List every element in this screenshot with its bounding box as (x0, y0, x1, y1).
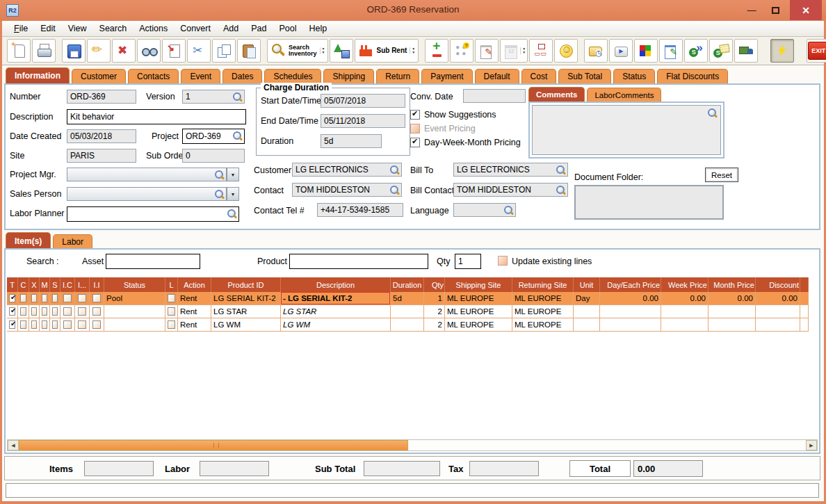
scroll-right-arrow-icon[interactable]: ▶ (806, 440, 817, 450)
end-date-field[interactable]: 05/11/2018 (321, 114, 405, 128)
minimize-button[interactable]: — (741, 0, 762, 20)
show-suggestions-checkbox[interactable] (410, 110, 420, 120)
cubes-button[interactable] (634, 39, 658, 63)
column-header-qty[interactable]: Qty (424, 277, 445, 292)
tab-flat-discounts[interactable]: Flat Discounts (657, 69, 728, 83)
menu-item-add[interactable]: Add (217, 22, 245, 35)
cell-checkbox-ii[interactable] (92, 320, 101, 329)
sub-rent-button[interactable]: Sub Rent▼▼ (355, 39, 419, 63)
add-remove-button[interactable] (425, 39, 448, 63)
close-button[interactable]: ✕ (790, 0, 822, 20)
sales-person-dropdown[interactable]: ▼ (227, 187, 239, 201)
cell-c[interactable] (18, 318, 29, 332)
cell-checkbox-ii[interactable] (92, 307, 101, 316)
copy-button[interactable] (212, 39, 236, 63)
cell-ic[interactable] (60, 305, 75, 318)
cell-idot[interactable] (75, 318, 90, 332)
cell-_fill[interactable] (800, 292, 809, 305)
cell-checkbox-x[interactable] (31, 320, 37, 329)
cell-description[interactable]: LG WM (281, 318, 391, 332)
cell-checkbox-m[interactable] (42, 320, 47, 329)
scroll-left-arrow-icon[interactable]: ◀ (8, 440, 19, 450)
cell-month[interactable] (708, 318, 756, 332)
menu-item-file[interactable]: File (8, 22, 34, 35)
tab-payment[interactable]: Payment (421, 69, 472, 83)
cell-action[interactable]: Rent (178, 305, 211, 318)
cell-m[interactable] (40, 305, 50, 318)
column-header-ii[interactable]: I.I (90, 277, 104, 292)
column-header-m[interactable]: M (40, 277, 50, 292)
qty-input[interactable] (455, 254, 481, 269)
start-date-field[interactable]: 05/07/2018 (321, 94, 405, 108)
cell-_fill[interactable] (800, 318, 809, 332)
menu-item-search[interactable]: Search (93, 22, 133, 35)
project-field[interactable]: ORD-369 (182, 129, 245, 144)
cell-x[interactable] (29, 318, 40, 332)
cell-checkbox-t[interactable] (9, 320, 15, 329)
edit-button[interactable] (87, 39, 111, 63)
cell-checkbox-c[interactable] (20, 307, 26, 316)
cell-discount[interactable] (756, 305, 800, 318)
tab-event[interactable]: Event (181, 69, 220, 83)
asset-input[interactable] (106, 254, 200, 269)
labor-planner-field[interactable] (67, 206, 239, 222)
cell-checkbox-m[interactable] (42, 307, 47, 316)
column-header-idot[interactable]: I... (75, 277, 90, 292)
project-search-icon[interactable] (232, 131, 243, 141)
cell-x[interactable] (29, 292, 40, 305)
day-week-month-pricing-checkbox[interactable] (410, 138, 420, 147)
cell-day_each[interactable]: 0.00 (600, 292, 661, 305)
column-header-returning_site[interactable]: Returning Site (512, 277, 574, 292)
tab-sub-total[interactable]: Sub Total (558, 69, 611, 83)
cell-week[interactable] (661, 305, 708, 318)
project-mgr-dropdown[interactable]: ▼ (227, 168, 239, 181)
paste-button[interactable] (237, 39, 261, 63)
event-pricing-checkbox[interactable] (410, 124, 420, 133)
sales-person-field[interactable] (67, 187, 227, 201)
column-header-status[interactable]: Status (104, 277, 165, 292)
tab-default[interactable]: Default (475, 69, 519, 83)
notepad-button[interactable] (475, 39, 499, 63)
cell-l[interactable] (165, 305, 178, 318)
language-field[interactable] (453, 203, 516, 217)
tab-contacts[interactable]: Contacts (128, 69, 179, 83)
cell-duration[interactable] (391, 305, 424, 318)
cell-checkbox-t[interactable] (9, 294, 15, 302)
column-header-ic[interactable]: I.C (60, 277, 75, 292)
cell-checkbox-l[interactable] (168, 320, 175, 329)
calendar-button[interactable]: ▼▼ (500, 39, 528, 63)
cell-discount[interactable] (756, 318, 800, 332)
cell-_fill[interactable] (800, 305, 809, 318)
new-document-button[interactable] (7, 39, 31, 63)
cell-checkbox-ii[interactable] (92, 294, 101, 302)
cell-checkbox-c[interactable] (20, 320, 26, 329)
cell-l[interactable] (165, 292, 178, 305)
cell-action[interactable]: Rent (178, 318, 211, 332)
horizontal-scrollbar[interactable]: ◀ ▶ (7, 439, 818, 451)
cell-ii[interactable] (90, 292, 104, 305)
labor-planner-search-icon[interactable] (227, 209, 237, 219)
language-search-icon[interactable] (503, 205, 514, 216)
cell-description[interactable]: LG STAR (281, 305, 391, 318)
cell-status[interactable] (104, 318, 165, 332)
cell-checkbox-l[interactable] (168, 307, 175, 316)
cell-product_id[interactable]: LG SERIAL KIT-2 (211, 292, 281, 305)
cell-description[interactable]: - LG SERIAL KIT-2 (281, 292, 391, 305)
tab-item-s[interactable]: Item(s) (6, 232, 51, 249)
cell-qty[interactable]: 2 (424, 318, 445, 332)
folder-history-button[interactable] (584, 39, 608, 63)
tab-shipping[interactable]: Shipping (323, 69, 374, 83)
cell-duration[interactable]: 5d (391, 292, 424, 305)
cell-checkbox-t[interactable] (9, 307, 15, 316)
cell-checkbox-ic[interactable] (63, 320, 72, 329)
cell-shipping_site[interactable]: ML EUROPE (445, 318, 512, 332)
cell-ii[interactable] (90, 318, 104, 332)
site-field[interactable]: PARIS (67, 149, 136, 163)
cell-checkbox-s[interactable] (52, 294, 58, 302)
conv-date-field[interactable] (463, 89, 526, 103)
contact-search-icon[interactable] (389, 185, 400, 195)
cell-unit[interactable] (574, 318, 600, 332)
contact-field[interactable]: TOM HIDDLESTON (292, 183, 402, 197)
column-header-description[interactable]: Description (281, 277, 391, 292)
forward-money-button[interactable] (684, 39, 708, 63)
